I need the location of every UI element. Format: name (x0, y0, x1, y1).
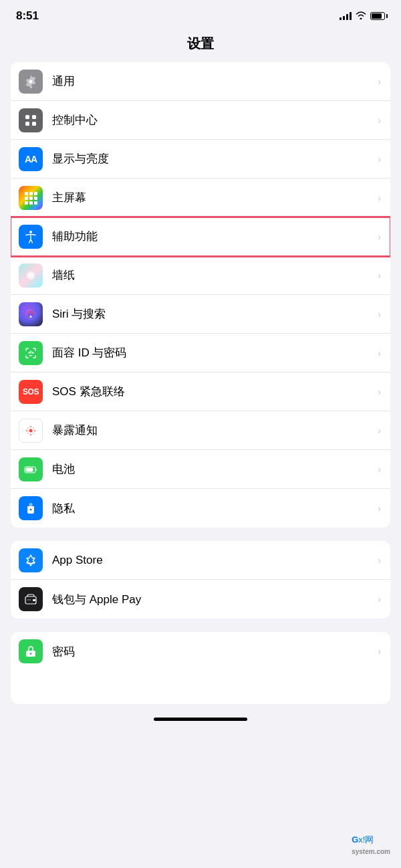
status-icons (340, 11, 385, 21)
svg-rect-1 (32, 115, 36, 119)
wallpaper-icon (19, 263, 43, 288)
faceid-icon (19, 341, 43, 365)
accessibility-icon (19, 225, 43, 249)
home-screen-icon (19, 186, 43, 210)
battery-row-icon (19, 457, 43, 481)
password-icon (19, 639, 43, 663)
svg-point-15 (30, 316, 32, 318)
svg-point-19 (30, 433, 32, 435)
svg-point-29 (30, 509, 32, 511)
svg-point-24 (27, 432, 29, 433)
sos-label: SOS 紧急联络 (52, 384, 374, 399)
svg-rect-3 (32, 122, 36, 126)
home-indicator (154, 718, 247, 721)
svg-rect-6 (34, 192, 37, 195)
row-wallet[interactable]: 钱包与 Apple Pay › (11, 580, 390, 619)
svg-rect-0 (25, 115, 29, 119)
svg-rect-9 (34, 197, 37, 200)
svg-point-18 (30, 425, 32, 427)
appstore-label: App Store (52, 554, 374, 567)
wallpaper-label: 墙纸 (52, 267, 374, 283)
svg-rect-28 (26, 467, 33, 471)
svg-rect-4 (25, 192, 28, 195)
svg-rect-27 (35, 469, 37, 471)
display-chevron: › (378, 154, 381, 165)
watermark: Gx!网 system.com (352, 834, 390, 856)
privacy-icon (19, 496, 43, 520)
row-general[interactable]: 通用 › (11, 62, 390, 101)
sos-chevron: › (378, 387, 381, 397)
accessibility-chevron: › (378, 231, 381, 242)
settings-section-1: 通用 › 控制中心 › AA 显示与亮度 › (11, 62, 390, 528)
status-time: 8:51 (16, 9, 39, 23)
svg-rect-8 (29, 197, 33, 200)
svg-point-34 (30, 653, 32, 655)
watermark-domain: system.com (352, 848, 390, 855)
privacy-label: 隐私 (52, 501, 374, 516)
row-siri[interactable]: Siri 与搜索 › (11, 295, 390, 334)
wallet-icon (19, 587, 43, 611)
row-appstore[interactable]: App Store › (11, 541, 390, 580)
control-center-icon (19, 108, 43, 132)
display-label: 显示与亮度 (52, 151, 374, 167)
accessibility-label: 辅助功能 (52, 229, 374, 244)
status-bar: 8:51 (0, 0, 401, 28)
wallet-label: 钱包与 Apple Pay (52, 592, 374, 607)
svg-point-21 (34, 429, 36, 431)
control-center-label: 控制中心 (52, 112, 374, 128)
svg-rect-31 (33, 599, 35, 601)
wallpaper-chevron: › (378, 270, 381, 281)
row-privacy[interactable]: 隐私 › (11, 489, 390, 528)
appstore-chevron: › (378, 555, 381, 566)
row-faceid[interactable]: 面容 ID 与密码 › (11, 334, 390, 372)
row-accessibility[interactable]: 辅助功能 › (11, 217, 390, 256)
faceid-label: 面容 ID 与密码 (52, 345, 374, 360)
row-wallpaper[interactable]: 墙纸 › (11, 256, 390, 295)
general-icon (19, 70, 43, 94)
wallet-chevron: › (378, 594, 381, 605)
appstore-icon (19, 548, 43, 572)
privacy-chevron: › (378, 503, 381, 514)
settings-section-3: 密码 › (11, 632, 390, 704)
exposure-label: 暴露通知 (52, 423, 374, 438)
svg-rect-10 (25, 201, 28, 205)
row-display[interactable]: AA 显示与亮度 › (11, 140, 390, 179)
svg-rect-5 (29, 192, 33, 195)
home-screen-chevron: › (378, 193, 381, 203)
general-chevron: › (378, 76, 381, 87)
svg-rect-7 (25, 197, 28, 200)
row-battery[interactable]: 电池 › (11, 450, 390, 489)
sos-icon: SOS (19, 380, 43, 404)
signal-icon (340, 12, 352, 20)
row-exposure[interactable]: 暴露通知 › (11, 411, 390, 450)
battery-label: 电池 (52, 461, 374, 477)
svg-point-22 (27, 427, 29, 428)
svg-point-14 (29, 274, 32, 277)
wifi-icon (356, 11, 366, 21)
svg-point-17 (29, 429, 33, 432)
watermark-text: G (352, 835, 358, 845)
siri-icon (19, 302, 43, 326)
settings-section-2: App Store › 钱包与 Apple Pay › (11, 541, 390, 619)
svg-rect-2 (25, 122, 29, 126)
display-icon: AA (19, 147, 43, 171)
svg-rect-11 (29, 201, 33, 205)
row-password[interactable]: 密码 › (11, 632, 390, 671)
svg-point-23 (33, 432, 34, 433)
password-chevron: › (378, 646, 381, 657)
siri-chevron: › (378, 309, 381, 320)
row-sos[interactable]: SOS SOS 紧急联络 › (11, 372, 390, 411)
faceid-chevron: › (378, 348, 381, 358)
general-label: 通用 (52, 74, 374, 89)
battery-chevron: › (378, 464, 381, 475)
svg-rect-12 (34, 201, 37, 205)
siri-label: Siri 与搜索 (52, 306, 374, 322)
exposure-icon (19, 419, 43, 443)
row-home-screen[interactable]: 主屏幕 › (11, 179, 390, 217)
row-control-center[interactable]: 控制中心 › (11, 101, 390, 140)
exposure-chevron: › (378, 425, 381, 436)
control-center-chevron: › (378, 115, 381, 126)
svg-point-20 (26, 429, 28, 431)
svg-point-25 (33, 427, 34, 428)
battery-icon (370, 12, 385, 20)
